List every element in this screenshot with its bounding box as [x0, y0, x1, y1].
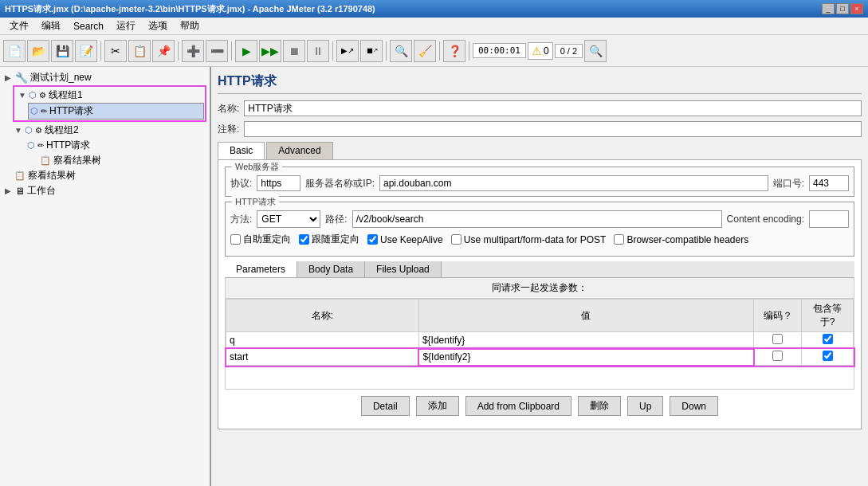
param-name-0[interactable]: q: [226, 332, 419, 349]
gear-icon-g2: ⚙: [35, 126, 42, 135]
remote-run[interactable]: ▶↗: [336, 40, 359, 62]
cb-keepalive[interactable]: Use KeepAlive: [367, 234, 443, 245]
http2-icon: ⬡: [27, 140, 35, 151]
param-encode-0: [754, 332, 802, 349]
menu-bar: 文件 编辑 Search 运行 选项 帮助: [0, 18, 868, 35]
new-button[interactable]: 📄: [3, 40, 26, 62]
remote-stop[interactable]: ⏹↗: [360, 40, 383, 62]
tree-item-plan[interactable]: ▶ 🔧 测试计划_new: [3, 70, 206, 85]
subtab-parameters[interactable]: Parameters: [225, 261, 297, 277]
col-value: 值: [418, 300, 753, 332]
menu-run[interactable]: 运行: [110, 18, 142, 34]
encode-cb-1[interactable]: [772, 351, 783, 361]
encode-cb-0[interactable]: [772, 334, 783, 344]
cut-button[interactable]: ✂: [104, 40, 127, 62]
title-text: HTTPS请求.jmx (D:\apache-jmeter-3.2\bin\HT…: [5, 3, 375, 15]
copy-button[interactable]: 📋: [128, 40, 151, 62]
cb-followredirect[interactable]: 跟随重定向: [299, 233, 359, 246]
help-btn[interactable]: ❓: [443, 40, 465, 62]
up-button[interactable]: Up: [627, 396, 663, 416]
sep2: [178, 41, 179, 61]
result2-icon: 📋: [40, 155, 51, 166]
toolbar: 📄 📂 💾 📝 ✂ 📋 📌 ➕ ➖ ▶ ▶▶ ⏹ ⏸ ▶↗ ⏹↗ 🔍 🧹 ❓ 0…: [0, 35, 868, 67]
menu-options[interactable]: 选项: [142, 18, 174, 34]
paste-button[interactable]: 📌: [152, 40, 175, 62]
open-button[interactable]: 📂: [27, 40, 49, 62]
sub-tab-bar: Parameters Body Data Files Upload: [225, 261, 854, 278]
plan-icon: 🔧: [15, 72, 28, 84]
menu-help[interactable]: 帮助: [174, 18, 206, 34]
cb-keepalive-input[interactable]: [367, 234, 378, 245]
comment-input[interactable]: [244, 121, 862, 137]
comment-row: 注释:: [218, 121, 862, 137]
zoom-btn[interactable]: 🔍: [584, 40, 607, 62]
search-btn[interactable]: 🔍: [390, 40, 412, 62]
gear-icon-g1: ⚙: [39, 91, 46, 100]
tree-label-group1: 线程组1: [49, 88, 83, 102]
add-button[interactable]: 添加: [416, 396, 459, 416]
tree-item-result1[interactable]: 📋 察看结果树: [13, 168, 206, 183]
tree-label-result1: 察看结果树: [28, 169, 76, 182]
include-cb-1[interactable]: [823, 351, 833, 361]
cb-followredirect-input[interactable]: [299, 234, 309, 245]
cb-browser-compat-label: Browser-compatible headers: [626, 234, 748, 245]
pencil-icon: ✏: [41, 107, 47, 116]
param-value-0[interactable]: ${Identify}: [418, 332, 753, 349]
stop2-button[interactable]: ⏸: [307, 40, 329, 62]
tree-label-plan: 测试计划_new: [30, 71, 92, 84]
method-select[interactable]: GET POST PUT DELETE: [257, 210, 320, 228]
tab-advanced[interactable]: Advanced: [266, 142, 332, 159]
tree-item-result2[interactable]: 📋 察看结果树: [38, 153, 206, 168]
maximize-button[interactable]: □: [836, 3, 849, 14]
name-label: 名称:: [218, 102, 239, 116]
server-input[interactable]: [379, 175, 768, 191]
remove-button[interactable]: ➖: [206, 40, 228, 62]
add-button[interactable]: ➕: [182, 40, 204, 62]
tree-item-workbench[interactable]: ▶ 🖥 工作台: [3, 183, 206, 198]
path-input[interactable]: [352, 210, 722, 228]
params-header: 同请求一起发送参数：: [226, 278, 854, 299]
subtab-files-upload[interactable]: Files Upload: [365, 261, 442, 277]
table-row[interactable]: start ${Identify2}: [226, 349, 854, 366]
protocol-input[interactable]: [257, 175, 300, 191]
port-input[interactable]: [809, 175, 849, 191]
param-name-1[interactable]: start: [226, 349, 419, 366]
minimize-button[interactable]: _: [822, 3, 835, 14]
cb-browser-compat-input[interactable]: [614, 234, 624, 245]
subtab-content: 同请求一起发送参数： 名称: 值 编码？ 包含等于?: [225, 278, 854, 390]
detail-button[interactable]: Detail: [361, 396, 410, 416]
tree-item-group1[interactable]: ▼ ⬡ ⚙ 线程组1: [17, 88, 204, 103]
table-row[interactable]: q ${Identify}: [226, 332, 854, 349]
cb-autoredirect[interactable]: 自助重定向: [230, 233, 291, 246]
stop-button[interactable]: ⏹: [283, 40, 305, 62]
run-all-button[interactable]: ▶▶: [259, 40, 281, 62]
port-label: 端口号:: [773, 177, 804, 190]
cb-multipart[interactable]: Use multipart/form-data for POST: [451, 234, 607, 245]
add-from-clipboard-button[interactable]: Add from Clipboard: [465, 396, 571, 416]
tree-item-group2[interactable]: ▼ ⬡ ⚙ 线程组2: [13, 123, 206, 138]
clear-btn[interactable]: 🧹: [414, 40, 436, 62]
menu-edit[interactable]: 编辑: [35, 18, 67, 34]
encoding-input[interactable]: [809, 210, 849, 228]
param-value-1[interactable]: ${Identify2}: [418, 349, 753, 366]
menu-search[interactable]: Search: [67, 19, 110, 33]
tree-item-http1[interactable]: ⬡ ✏ HTTP请求: [28, 103, 204, 120]
col-name: 名称:: [226, 300, 419, 332]
name-input[interactable]: [244, 100, 862, 116]
tree-label-group2: 线程组2: [45, 123, 79, 137]
cb-multipart-input[interactable]: [451, 234, 461, 245]
tab-basic[interactable]: Basic: [218, 142, 265, 159]
save-button[interactable]: 💾: [51, 40, 73, 62]
tree-item-http2[interactable]: ⬡ ✏ HTTP请求: [26, 138, 206, 153]
workbench-icon: 🖥: [15, 186, 25, 197]
run-button[interactable]: ▶: [235, 40, 257, 62]
cb-autoredirect-input[interactable]: [230, 234, 241, 245]
menu-file[interactable]: 文件: [3, 18, 35, 34]
cb-browser-compat[interactable]: Browser-compatible headers: [614, 234, 748, 245]
subtab-body-data[interactable]: Body Data: [297, 261, 365, 277]
include-cb-0[interactable]: [823, 334, 833, 344]
delete-button[interactable]: 删除: [578, 396, 621, 416]
close-button[interactable]: ×: [850, 3, 863, 14]
down-button[interactable]: Down: [670, 396, 718, 416]
saveas-button[interactable]: 📝: [75, 40, 97, 62]
